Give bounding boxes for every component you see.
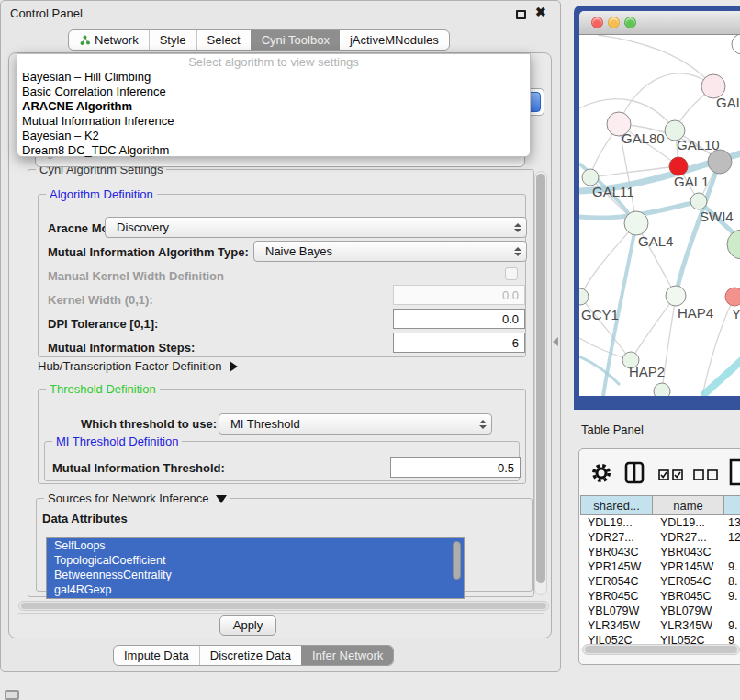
panel-divider xyxy=(18,613,544,614)
mi-steps-field[interactable]: 6 xyxy=(393,333,525,353)
column-header[interactable]: shared... xyxy=(580,495,653,515)
dropdown-item[interactable]: ARACNE Algorithm xyxy=(17,99,530,114)
gear-icon[interactable] xyxy=(591,463,611,483)
deselect-all-checkboxes-icon[interactable] xyxy=(693,469,719,480)
network-window-titlebar[interactable] xyxy=(579,11,740,35)
dropdown-item[interactable]: Bayesian – K2 xyxy=(17,129,530,143)
table-cell: YPR145W xyxy=(580,559,653,574)
table-cell: YPR145W xyxy=(653,559,726,574)
algorithm-definition-group: Algorithm Definition Aracne Mode: Discov… xyxy=(38,194,526,357)
network-node[interactable] xyxy=(654,383,670,396)
control-panel-tabbar: NetworkStyleSelectCyni ToolboxjActiveMNo… xyxy=(68,29,450,51)
table-cell: 12 xyxy=(726,530,740,545)
tab-style[interactable]: Style xyxy=(149,30,196,50)
network-node-label: SWI4 xyxy=(700,209,734,224)
network-edge[interactable] xyxy=(598,35,713,86)
tab-jactivemnodules[interactable]: jActiveMNodules xyxy=(340,30,449,50)
attribute-list-item[interactable]: gal4RGexp xyxy=(47,582,464,597)
network-node[interactable] xyxy=(732,35,740,54)
which-threshold-value: MI Threshold xyxy=(230,417,300,431)
tab-label: Style xyxy=(160,33,186,47)
dropdown-item[interactable]: Bayesian – Hill Climbing xyxy=(17,70,530,85)
aracne-mode-combo[interactable]: Discovery xyxy=(105,217,527,238)
attribute-list-item[interactable]: TopologicalCoefficient xyxy=(47,553,464,568)
table-body: YDL19...YDL19...13YDR27...YDR27...12YBR0… xyxy=(580,515,740,648)
table-row[interactable]: YBL079WYBL079W xyxy=(580,604,740,618)
network-node[interactable] xyxy=(727,230,740,259)
network-edge-thick[interactable] xyxy=(579,356,620,385)
column-header[interactable]: name xyxy=(653,495,724,515)
table-row[interactable]: YDR27...YDR27...12 xyxy=(580,530,740,545)
dropdown-item[interactable]: Dream8 DC_TDC Algorithm xyxy=(17,143,530,158)
network-node-gal1[interactable] xyxy=(669,157,688,175)
mi-type-combo[interactable]: Naive Bayes xyxy=(253,241,527,262)
tab-network[interactable]: Network xyxy=(69,30,149,50)
table-header-row: shared...nameA xyxy=(580,495,740,515)
kernel-width-field[interactable]: 0.0 xyxy=(393,285,525,305)
network-node-y[interactable] xyxy=(725,288,740,306)
manual-kernel-checkbox[interactable] xyxy=(505,267,518,280)
table-horizontal-scrollbar[interactable] xyxy=(582,644,740,655)
table-cell: 9. xyxy=(726,618,740,633)
network-node[interactable] xyxy=(708,150,732,174)
tab-label: jActiveMNodules xyxy=(350,33,439,47)
dropdown-item[interactable]: Basic Correlation Inference xyxy=(17,85,530,99)
network-node-hap4[interactable] xyxy=(666,286,686,306)
attribute-list-item[interactable]: BetweennessCentrality xyxy=(47,568,464,582)
close-traffic-light-icon[interactable] xyxy=(591,17,603,28)
apply-button[interactable]: Apply xyxy=(219,615,276,636)
settings-vertical-scrollbar[interactable] xyxy=(534,171,547,595)
network-node-label: GCY1 xyxy=(581,307,619,322)
network-node-gal4[interactable] xyxy=(624,211,648,235)
tab-label: Cyni Toolbox xyxy=(262,33,330,47)
network-node-gcy1[interactable] xyxy=(579,288,589,305)
table-cell: YLR345W xyxy=(580,618,653,633)
network-node-label: GAL10 xyxy=(677,137,720,152)
table-row[interactable]: YLR345WYLR345W9. xyxy=(580,618,740,633)
data-attributes-list[interactable]: SelfLoopsTopologicalCoefficientBetweenne… xyxy=(46,537,465,599)
mi-threshold-field[interactable]: 0.5 xyxy=(390,457,521,478)
network-canvas[interactable]: GALGAL80GAL10GAL1GAL11SWI4GAL4GCY1HAP4YH… xyxy=(579,35,740,396)
network-node-label: GAL xyxy=(716,95,740,110)
settings-horizontal-scrollbar[interactable] xyxy=(18,601,549,611)
table-cell: YLR345W xyxy=(653,618,726,633)
tab-cyni-toolbox[interactable]: Cyni Toolbox xyxy=(251,30,340,50)
table-row[interactable]: YER054CYER054C8. xyxy=(580,574,740,589)
network-node-label: GAL80 xyxy=(622,130,665,146)
tab-label: Discretize Data xyxy=(210,649,291,662)
column-header[interactable]: A xyxy=(724,495,740,515)
bottom-tab-impute-data[interactable]: Impute Data xyxy=(114,646,199,665)
dropdown-item[interactable]: Mutual Information Inference xyxy=(17,114,530,129)
float-window-icon[interactable] xyxy=(516,10,526,19)
corner-widget[interactable] xyxy=(5,690,19,700)
split-view-icon[interactable] xyxy=(624,461,645,484)
list-scrollbar-thumb[interactable] xyxy=(453,541,461,580)
table-row[interactable]: YBR043CYBR043C xyxy=(580,545,740,559)
attribute-list-item[interactable]: SelfLoops xyxy=(47,538,464,553)
bottom-tab-infer-network[interactable]: Infer Network xyxy=(301,646,393,665)
network-node-swi4[interactable] xyxy=(690,193,707,209)
which-threshold-combo[interactable]: MI Threshold xyxy=(219,413,492,435)
dpi-tolerance-label: DPI Tolerance [0,1]: xyxy=(48,317,158,331)
zoom-traffic-light-icon[interactable] xyxy=(624,17,636,28)
document-icon[interactable] xyxy=(729,458,740,486)
select-all-checkboxes-icon[interactable] xyxy=(658,469,684,480)
table-row[interactable]: YBR045CYBR045C9. xyxy=(580,589,740,604)
network-edge-thick[interactable] xyxy=(702,358,740,396)
table-row[interactable]: YDL19...YDL19...13 xyxy=(580,515,740,530)
mi-type-label: Mutual Information Algorithm Type: xyxy=(48,245,249,259)
dpi-tolerance-field[interactable]: 0.0 xyxy=(393,309,525,329)
network-edge[interactable] xyxy=(631,296,676,360)
table-row[interactable]: YPR145WYPR145W9. xyxy=(580,559,740,574)
table-cell xyxy=(726,604,740,618)
close-icon[interactable]: ✖ xyxy=(535,5,546,19)
aracne-mode-value: Discovery xyxy=(117,220,169,234)
minimize-traffic-light-icon[interactable] xyxy=(608,17,620,28)
tab-select[interactable]: Select xyxy=(196,30,251,50)
network-node-label: Y xyxy=(732,306,740,322)
splitter-collapse-icon[interactable] xyxy=(553,337,558,346)
sources-group-title[interactable]: Sources for Network Inference xyxy=(44,491,230,505)
bottom-tab-discretize-data[interactable]: Discretize Data xyxy=(199,646,301,665)
kernel-width-label: Kernel Width (0,1): xyxy=(48,293,153,307)
hub-definition-toggle[interactable]: Hub/Transcription Factor Definition xyxy=(38,359,238,373)
